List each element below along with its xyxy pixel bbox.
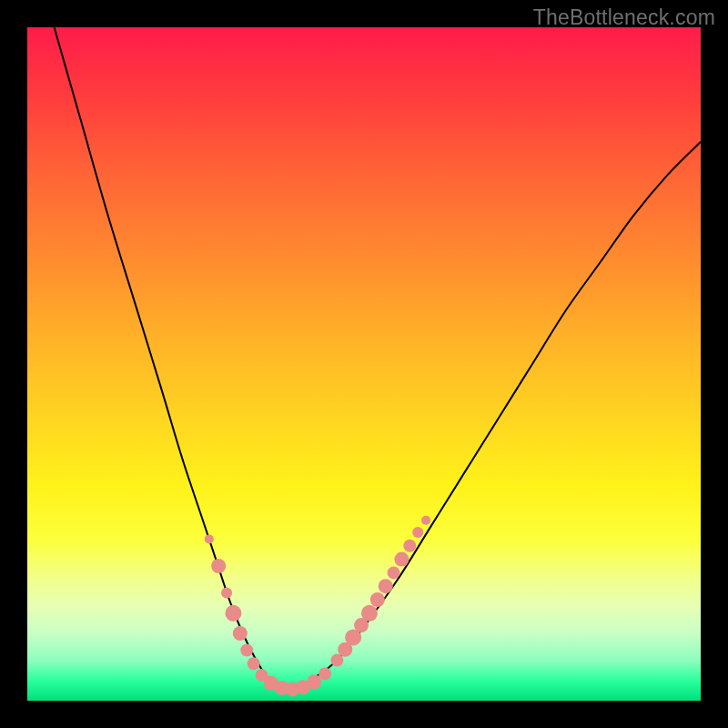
curve-marker-dot	[211, 559, 226, 573]
curve-marker-dot	[307, 674, 321, 689]
chart-frame: TheBottleneck.com	[0, 0, 728, 728]
curve-marker-dot	[318, 667, 331, 680]
curve-marker-dot	[421, 516, 430, 525]
curve-marker-dot	[388, 566, 400, 579]
bottleneck-curve-path	[55, 27, 701, 688]
curve-marker-dot	[379, 579, 393, 593]
watermark-text: TheBottleneck.com	[533, 5, 715, 30]
curve-marker-dot	[233, 626, 248, 641]
curve-marker-dot	[412, 527, 423, 538]
curve-marker-dot	[221, 588, 232, 599]
curve-markers	[205, 516, 430, 697]
curve-marker-dot	[370, 592, 385, 607]
curve-marker-dot	[403, 540, 416, 552]
chart-plot-area	[27, 27, 701, 701]
chart-svg	[27, 27, 701, 701]
curve-marker-dot	[205, 534, 214, 543]
curve-line	[55, 27, 701, 688]
curve-marker-dot	[248, 657, 260, 670]
curve-marker-dot	[361, 605, 378, 622]
curve-marker-dot	[240, 644, 253, 657]
curve-marker-dot	[330, 654, 343, 667]
curve-marker-dot	[394, 552, 409, 567]
curve-marker-dot	[225, 605, 241, 622]
